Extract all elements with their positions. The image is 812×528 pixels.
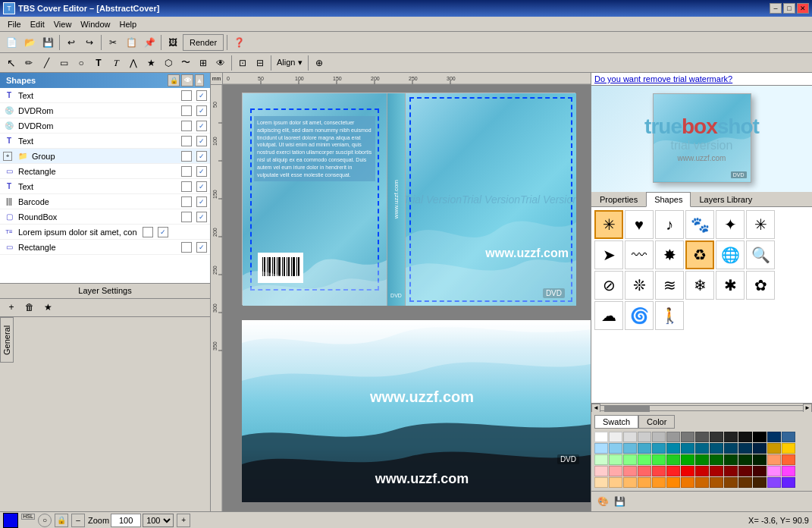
shape-globe[interactable]: 🌐	[716, 240, 745, 269]
path-tool[interactable]: ⋀	[125, 55, 142, 71]
text-tool[interactable]: T	[90, 55, 107, 71]
shape-eye-4[interactable]	[196, 136, 207, 146]
star-tool[interactable]: ★	[143, 55, 159, 71]
shape-spiral[interactable]: 🌀	[625, 301, 654, 330]
zoom-out-btn[interactable]: –	[71, 514, 85, 527]
color-swatch-item[interactable]	[666, 454, 680, 465]
color-swatch-item[interactable]	[609, 443, 622, 454]
color-swatch-item[interactable]	[652, 454, 666, 465]
color-swatch-item[interactable]	[623, 454, 637, 465]
color-swatch-item[interactable]	[681, 432, 694, 442]
color-swatch-item[interactable]	[609, 454, 622, 465]
tb-extra3[interactable]: ⊕	[311, 55, 328, 71]
shape-eye-2[interactable]	[196, 105, 207, 116]
color-swatch-item[interactable]	[710, 477, 723, 488]
watermark-link[interactable]: Do you want remove trial watermark?	[591, 73, 812, 86]
color-swatch-item[interactable]	[681, 454, 694, 465]
shape-check-2[interactable]	[181, 105, 192, 116]
shape-item-group[interactable]: + 📁 Group	[0, 149, 210, 164]
shape-recycle[interactable]: ♻	[685, 240, 714, 269]
layer-add-btn[interactable]: +	[3, 299, 20, 316]
swatch-tab-color[interactable]: Color	[638, 415, 675, 429]
color-swatch-item[interactable]	[638, 443, 651, 454]
shape-check-3[interactable]	[181, 121, 192, 131]
color-swatch-item[interactable]	[767, 443, 781, 454]
menu-help[interactable]: Help	[114, 18, 141, 30]
shape-paw[interactable]: 🐾	[685, 210, 714, 239]
color-swatch-item[interactable]	[767, 477, 781, 488]
poly-tool[interactable]: ⬡	[160, 55, 177, 71]
color-swatch-item[interactable]	[609, 466, 622, 476]
shape-item-dvdrom-1[interactable]: 💿 DVDRom	[0, 103, 210, 118]
shape-item-rect-2[interactable]: ▭ Rectangle	[0, 240, 210, 255]
shape-music[interactable]: ♪	[655, 210, 684, 239]
layer-up-btn[interactable]: ★	[39, 299, 56, 316]
color-swatch-item[interactable]	[666, 443, 680, 454]
group-expand-icon[interactable]: +	[3, 152, 12, 161]
color-swatch-item[interactable]	[695, 477, 709, 488]
grid-scrollthumb-h[interactable]	[604, 406, 650, 412]
color-swatch-item[interactable]	[623, 432, 637, 442]
shape-check-7[interactable]	[181, 181, 192, 192]
shape-check-9[interactable]	[181, 212, 192, 222]
color-swatch-item[interactable]	[638, 477, 651, 488]
color-swatch-item[interactable]	[695, 432, 709, 442]
color-swatch-item[interactable]	[594, 477, 608, 488]
shape-eye-11[interactable]	[196, 242, 207, 253]
cursor-tool[interactable]: 𝑇	[108, 55, 124, 71]
color-swatch-item[interactable]	[724, 477, 738, 488]
layer-delete-btn[interactable]: 🗑	[21, 299, 38, 316]
shape-check-5[interactable]	[181, 151, 192, 162]
color-swatch-item[interactable]	[724, 466, 738, 476]
cut-button[interactable]: ✂	[105, 34, 121, 51]
color-swatch-item[interactable]	[738, 443, 752, 454]
help-button[interactable]: ❓	[230, 34, 247, 51]
shape-item-roundbox[interactable]: ▢ RoundBox	[0, 209, 210, 225]
scroll-right-btn[interactable]: ►	[803, 404, 812, 413]
color-swatch-item[interactable]	[753, 432, 767, 442]
color-swatch-item[interactable]	[666, 466, 680, 476]
color-swatch-item[interactable]	[753, 477, 767, 488]
tb-extra1[interactable]: ⊡	[234, 55, 251, 71]
color-swatch-item[interactable]	[638, 432, 651, 442]
color-swatch-item[interactable]	[594, 443, 608, 454]
shape-wave[interactable]: 〰	[625, 240, 654, 269]
canvas-scroll[interactable]: Lorem ipsum dolor sit amet, consectetuer…	[223, 85, 591, 511]
shape-eye-5[interactable]	[196, 151, 207, 162]
color-swatch-item[interactable]	[738, 432, 752, 442]
scroll-left-btn[interactable]: ◄	[591, 404, 600, 413]
color-swatch-item[interactable]	[782, 443, 795, 454]
color-swatch-item[interactable]	[594, 432, 608, 442]
shape-item-text-2[interactable]: T Text	[0, 134, 210, 149]
hsl-btn[interactable]: HSL	[21, 514, 35, 520]
shape-eye-3[interactable]	[196, 121, 207, 131]
color-swatch-item[interactable]	[681, 477, 694, 488]
collapse-icon[interactable]: ▲	[195, 74, 204, 86]
color-swatch-item[interactable]	[738, 477, 752, 488]
color-swatch-item[interactable]	[710, 466, 723, 476]
color-swatch-item[interactable]	[753, 466, 767, 476]
color-swatch-item[interactable]	[638, 466, 651, 476]
shape-bird[interactable]: ✦	[716, 210, 745, 239]
menu-view[interactable]: View	[49, 18, 77, 30]
shape-item-barcode[interactable]: ||| Barcode	[0, 194, 210, 209]
color-swatch-item[interactable]	[681, 466, 694, 476]
tab-shapes[interactable]: Shapes	[646, 192, 691, 207]
color-swatch-item[interactable]	[724, 454, 738, 465]
open-button[interactable]: 📂	[21, 34, 38, 51]
color-swatch-item[interactable]	[724, 432, 738, 442]
new-button[interactable]: 📄	[3, 34, 20, 51]
grid-scrolltrack-h[interactable]	[600, 405, 803, 411]
shape-eye-10[interactable]	[158, 227, 168, 237]
ellipse-tool[interactable]: ○	[73, 55, 89, 71]
color-swatch-item[interactable]	[695, 443, 709, 454]
color-swatch-item[interactable]	[623, 466, 637, 476]
maximize-button[interactable]: □	[783, 3, 795, 14]
line-tool[interactable]: ╱	[38, 55, 55, 71]
color-swatch-item[interactable]	[767, 432, 781, 442]
color-swatch-item[interactable]	[666, 432, 680, 442]
color-swatch-item[interactable]	[767, 454, 781, 465]
crop-tool[interactable]: ⊞	[195, 55, 212, 71]
eye-toggle-icon[interactable]: 👁	[181, 74, 193, 86]
rect-tool[interactable]: ▭	[55, 55, 72, 71]
